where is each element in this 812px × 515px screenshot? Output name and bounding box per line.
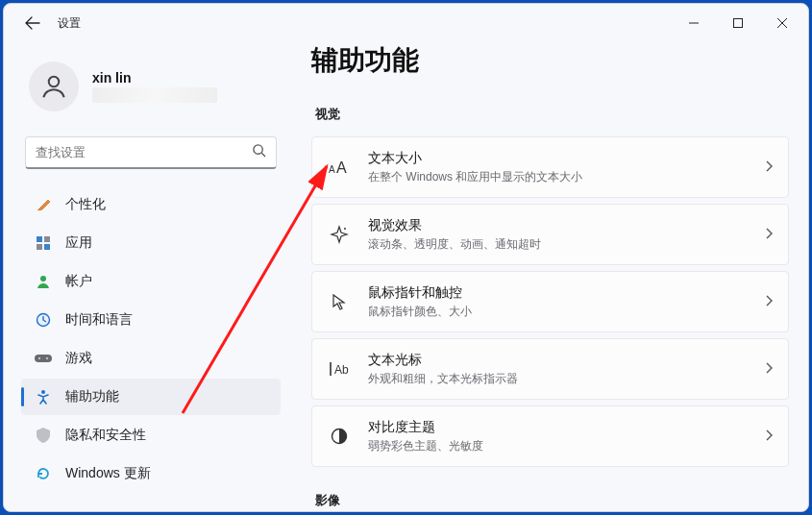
sidebar: xin lin 个性化 — [4, 42, 292, 511]
svg-rect-5 — [37, 244, 42, 250]
clock-globe-icon — [35, 311, 52, 329]
svg-rect-3 — [37, 236, 42, 242]
chevron-right-icon — [765, 428, 773, 445]
chevron-right-icon — [765, 360, 773, 378]
account-icon — [35, 273, 52, 290]
card-text-cursor[interactable]: Ab 文本光标 外观和粗细，文本光标指示器 — [311, 338, 789, 400]
main-panel: 辅助功能 视觉 AA 文本大小 在整个 Windows 和应用中显示的文本大小 — [292, 42, 808, 511]
card-subtitle: 在整个 Windows 和应用中显示的文本大小 — [368, 169, 748, 185]
card-title: 文本大小 — [368, 150, 748, 167]
close-icon — [777, 18, 787, 28]
svg-point-15 — [344, 228, 346, 230]
nav-label: 时间和语言 — [65, 311, 133, 329]
section-video-label: 影像 — [315, 492, 789, 509]
nav-label: 帐户 — [65, 273, 92, 290]
card-visual-effects[interactable]: 视觉效果 滚动条、透明度、动画、通知超时 — [311, 204, 789, 265]
contrast-icon — [328, 428, 351, 445]
nav-item-gaming[interactable]: 游戏 — [21, 340, 281, 377]
nav-item-apps[interactable]: 应用 — [21, 225, 281, 261]
nav-label: 个性化 — [65, 196, 106, 213]
nav-item-accessibility[interactable]: 辅助功能 — [21, 379, 281, 415]
svg-point-12 — [41, 390, 45, 394]
svg-point-10 — [38, 357, 40, 359]
nav-list: 个性化 应用 帐户 时 — [21, 186, 281, 492]
search-input[interactable] — [36, 145, 252, 159]
maximize-button[interactable] — [716, 8, 760, 38]
card-title: 视觉效果 — [368, 217, 748, 234]
svg-rect-0 — [734, 19, 743, 28]
card-subtitle: 鼠标指针颜色、大小 — [368, 304, 748, 320]
nav-item-privacy[interactable]: 隐私和安全性 — [21, 417, 281, 454]
svg-text:Ab: Ab — [334, 363, 349, 377]
back-button[interactable] — [15, 6, 50, 40]
maximize-icon — [733, 18, 743, 28]
back-arrow-icon — [25, 15, 40, 31]
nav-item-personalization[interactable]: 个性化 — [21, 186, 281, 223]
card-subtitle: 弱势彩色主题、光敏度 — [368, 438, 748, 454]
nav-item-windows-update[interactable]: Windows 更新 — [21, 455, 281, 492]
chevron-right-icon — [765, 293, 773, 310]
card-mouse-touch[interactable]: 鼠标指针和触控 鼠标指针颜色、大小 — [311, 271, 789, 332]
search-icon — [252, 143, 266, 161]
person-icon — [39, 72, 68, 101]
chevron-right-icon — [765, 159, 773, 176]
shield-icon — [35, 427, 52, 444]
nav-item-accounts[interactable]: 帐户 — [21, 263, 281, 300]
account-block[interactable]: xin lin — [21, 42, 281, 125]
card-contrast-themes[interactable]: 对比度主题 弱势彩色主题、光敏度 — [311, 405, 789, 467]
account-email-redacted — [92, 87, 217, 103]
close-button[interactable] — [760, 8, 804, 38]
nav-label: Windows 更新 — [65, 465, 151, 482]
card-title: 对比度主题 — [368, 419, 748, 436]
settings-window: 设置 xin — [3, 3, 809, 512]
nav-label: 辅助功能 — [65, 388, 119, 405]
paintbrush-icon — [35, 196, 52, 213]
text-cursor-icon: Ab — [328, 360, 351, 378]
app-title: 设置 — [58, 15, 81, 32]
card-subtitle: 外观和粗细，文本光标指示器 — [368, 371, 748, 387]
sparkle-icon — [328, 225, 351, 244]
svg-point-11 — [46, 357, 48, 359]
svg-rect-9 — [35, 355, 52, 362]
svg-rect-6 — [44, 244, 50, 250]
card-text-size[interactable]: AA 文本大小 在整个 Windows 和应用中显示的文本大小 — [311, 136, 789, 198]
text-size-icon: AA — [328, 159, 351, 176]
svg-text:A: A — [329, 164, 335, 175]
titlebar: 设置 — [4, 4, 808, 42]
minimize-icon — [689, 18, 699, 28]
apps-icon — [35, 234, 52, 252]
page-title: 辅助功能 — [311, 42, 789, 96]
svg-rect-4 — [44, 236, 50, 242]
svg-point-2 — [254, 145, 262, 154]
minimize-button[interactable] — [672, 8, 716, 38]
nav-label: 隐私和安全性 — [65, 427, 146, 444]
nav-item-time-language[interactable]: 时间和语言 — [21, 302, 281, 338]
svg-text:A: A — [336, 159, 347, 176]
cursor-icon — [328, 292, 351, 311]
chevron-right-icon — [765, 226, 773, 243]
avatar — [29, 61, 79, 111]
update-icon — [35, 465, 52, 482]
nav-label: 游戏 — [65, 350, 92, 367]
card-title: 鼠标指针和触控 — [368, 284, 748, 302]
section-visual-label: 视觉 — [315, 106, 789, 123]
search-box[interactable] — [25, 136, 277, 169]
window-controls — [672, 8, 804, 38]
visual-cards: AA 文本大小 在整个 Windows 和应用中显示的文本大小 视觉效果 滚动条… — [311, 136, 789, 467]
nav-label: 应用 — [65, 234, 92, 252]
gamepad-icon — [35, 350, 52, 367]
svg-point-7 — [40, 276, 46, 282]
accessibility-icon — [35, 388, 52, 405]
svg-point-1 — [49, 77, 60, 87]
card-title: 文本光标 — [368, 352, 748, 369]
card-subtitle: 滚动条、透明度、动画、通知超时 — [368, 236, 748, 253]
account-name: xin lin — [92, 70, 217, 86]
